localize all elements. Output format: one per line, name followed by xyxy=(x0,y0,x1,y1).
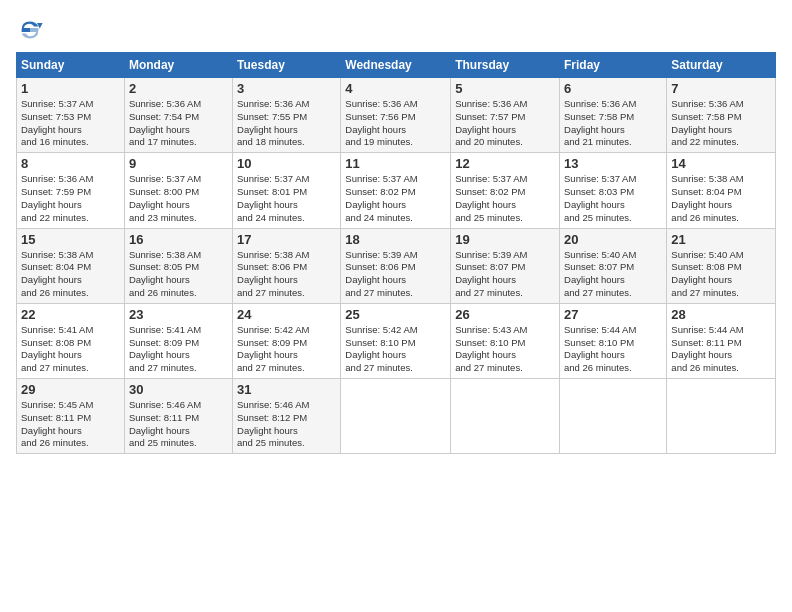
day-cell: 12 Sunrise: 5:37 AM Sunset: 8:02 PM Dayl… xyxy=(451,153,560,228)
day-cell: 2 Sunrise: 5:36 AM Sunset: 7:54 PM Dayli… xyxy=(124,78,232,153)
day-number: 9 xyxy=(129,156,228,171)
day-number: 14 xyxy=(671,156,771,171)
day-number: 7 xyxy=(671,81,771,96)
day-number: 29 xyxy=(21,382,120,397)
week-row-3: 15 Sunrise: 5:38 AM Sunset: 8:04 PM Dayl… xyxy=(17,228,776,303)
day-number: 31 xyxy=(237,382,336,397)
day-info: Sunrise: 5:42 AM Sunset: 8:09 PM Dayligh… xyxy=(237,324,336,375)
day-number: 18 xyxy=(345,232,446,247)
day-number: 28 xyxy=(671,307,771,322)
day-info: Sunrise: 5:37 AM Sunset: 8:02 PM Dayligh… xyxy=(455,173,555,224)
weekday-thursday: Thursday xyxy=(451,53,560,78)
day-cell: 15 Sunrise: 5:38 AM Sunset: 8:04 PM Dayl… xyxy=(17,228,125,303)
day-number: 25 xyxy=(345,307,446,322)
day-number: 13 xyxy=(564,156,662,171)
day-number: 23 xyxy=(129,307,228,322)
day-cell: 16 Sunrise: 5:38 AM Sunset: 8:05 PM Dayl… xyxy=(124,228,232,303)
day-cell: 9 Sunrise: 5:37 AM Sunset: 8:00 PM Dayli… xyxy=(124,153,232,228)
day-cell: 17 Sunrise: 5:38 AM Sunset: 8:06 PM Dayl… xyxy=(233,228,341,303)
day-info: Sunrise: 5:38 AM Sunset: 8:04 PM Dayligh… xyxy=(671,173,771,224)
day-info: Sunrise: 5:36 AM Sunset: 7:55 PM Dayligh… xyxy=(237,98,336,149)
day-cell xyxy=(341,379,451,454)
day-number: 6 xyxy=(564,81,662,96)
day-cell: 21 Sunrise: 5:40 AM Sunset: 8:08 PM Dayl… xyxy=(667,228,776,303)
day-info: Sunrise: 5:36 AM Sunset: 7:58 PM Dayligh… xyxy=(671,98,771,149)
day-cell: 28 Sunrise: 5:44 AM Sunset: 8:11 PM Dayl… xyxy=(667,303,776,378)
day-info: Sunrise: 5:44 AM Sunset: 8:10 PM Dayligh… xyxy=(564,324,662,375)
day-info: Sunrise: 5:45 AM Sunset: 8:11 PM Dayligh… xyxy=(21,399,120,450)
day-cell: 8 Sunrise: 5:36 AM Sunset: 7:59 PM Dayli… xyxy=(17,153,125,228)
day-number: 30 xyxy=(129,382,228,397)
calendar-body: 1 Sunrise: 5:37 AM Sunset: 7:53 PM Dayli… xyxy=(17,78,776,454)
week-row-5: 29 Sunrise: 5:45 AM Sunset: 8:11 PM Dayl… xyxy=(17,379,776,454)
day-cell: 27 Sunrise: 5:44 AM Sunset: 8:10 PM Dayl… xyxy=(560,303,667,378)
day-cell: 25 Sunrise: 5:42 AM Sunset: 8:10 PM Dayl… xyxy=(341,303,451,378)
day-cell: 11 Sunrise: 5:37 AM Sunset: 8:02 PM Dayl… xyxy=(341,153,451,228)
day-cell: 7 Sunrise: 5:36 AM Sunset: 7:58 PM Dayli… xyxy=(667,78,776,153)
day-number: 15 xyxy=(21,232,120,247)
day-cell xyxy=(560,379,667,454)
day-info: Sunrise: 5:37 AM Sunset: 8:01 PM Dayligh… xyxy=(237,173,336,224)
day-info: Sunrise: 5:37 AM Sunset: 8:03 PM Dayligh… xyxy=(564,173,662,224)
day-cell: 20 Sunrise: 5:40 AM Sunset: 8:07 PM Dayl… xyxy=(560,228,667,303)
day-cell: 26 Sunrise: 5:43 AM Sunset: 8:10 PM Dayl… xyxy=(451,303,560,378)
day-cell: 5 Sunrise: 5:36 AM Sunset: 7:57 PM Dayli… xyxy=(451,78,560,153)
day-info: Sunrise: 5:37 AM Sunset: 8:02 PM Dayligh… xyxy=(345,173,446,224)
day-number: 4 xyxy=(345,81,446,96)
day-info: Sunrise: 5:46 AM Sunset: 8:11 PM Dayligh… xyxy=(129,399,228,450)
day-cell: 24 Sunrise: 5:42 AM Sunset: 8:09 PM Dayl… xyxy=(233,303,341,378)
day-cell: 6 Sunrise: 5:36 AM Sunset: 7:58 PM Dayli… xyxy=(560,78,667,153)
day-number: 16 xyxy=(129,232,228,247)
day-info: Sunrise: 5:36 AM Sunset: 7:57 PM Dayligh… xyxy=(455,98,555,149)
day-info: Sunrise: 5:36 AM Sunset: 7:59 PM Dayligh… xyxy=(21,173,120,224)
day-info: Sunrise: 5:46 AM Sunset: 8:12 PM Dayligh… xyxy=(237,399,336,450)
day-number: 1 xyxy=(21,81,120,96)
day-number: 19 xyxy=(455,232,555,247)
day-cell: 13 Sunrise: 5:37 AM Sunset: 8:03 PM Dayl… xyxy=(560,153,667,228)
day-number: 27 xyxy=(564,307,662,322)
day-number: 24 xyxy=(237,307,336,322)
day-info: Sunrise: 5:36 AM Sunset: 7:58 PM Dayligh… xyxy=(564,98,662,149)
weekday-sunday: Sunday xyxy=(17,53,125,78)
week-row-1: 1 Sunrise: 5:37 AM Sunset: 7:53 PM Dayli… xyxy=(17,78,776,153)
day-cell: 23 Sunrise: 5:41 AM Sunset: 8:09 PM Dayl… xyxy=(124,303,232,378)
day-number: 22 xyxy=(21,307,120,322)
day-info: Sunrise: 5:36 AM Sunset: 7:56 PM Dayligh… xyxy=(345,98,446,149)
day-number: 5 xyxy=(455,81,555,96)
weekday-tuesday: Tuesday xyxy=(233,53,341,78)
day-cell: 4 Sunrise: 5:36 AM Sunset: 7:56 PM Dayli… xyxy=(341,78,451,153)
day-info: Sunrise: 5:41 AM Sunset: 8:09 PM Dayligh… xyxy=(129,324,228,375)
calendar-header: SundayMondayTuesdayWednesdayThursdayFrid… xyxy=(17,53,776,78)
day-cell: 19 Sunrise: 5:39 AM Sunset: 8:07 PM Dayl… xyxy=(451,228,560,303)
day-cell: 1 Sunrise: 5:37 AM Sunset: 7:53 PM Dayli… xyxy=(17,78,125,153)
day-number: 17 xyxy=(237,232,336,247)
day-number: 26 xyxy=(455,307,555,322)
header xyxy=(16,12,776,44)
day-cell xyxy=(667,379,776,454)
day-info: Sunrise: 5:42 AM Sunset: 8:10 PM Dayligh… xyxy=(345,324,446,375)
day-number: 20 xyxy=(564,232,662,247)
weekday-wednesday: Wednesday xyxy=(341,53,451,78)
day-cell xyxy=(451,379,560,454)
weekday-saturday: Saturday xyxy=(667,53,776,78)
day-info: Sunrise: 5:38 AM Sunset: 8:06 PM Dayligh… xyxy=(237,249,336,300)
day-cell: 10 Sunrise: 5:37 AM Sunset: 8:01 PM Dayl… xyxy=(233,153,341,228)
day-info: Sunrise: 5:38 AM Sunset: 8:04 PM Dayligh… xyxy=(21,249,120,300)
logo-icon xyxy=(16,16,44,44)
day-number: 21 xyxy=(671,232,771,247)
day-cell: 31 Sunrise: 5:46 AM Sunset: 8:12 PM Dayl… xyxy=(233,379,341,454)
day-info: Sunrise: 5:36 AM Sunset: 7:54 PM Dayligh… xyxy=(129,98,228,149)
day-cell: 29 Sunrise: 5:45 AM Sunset: 8:11 PM Dayl… xyxy=(17,379,125,454)
weekday-friday: Friday xyxy=(560,53,667,78)
weekday-monday: Monday xyxy=(124,53,232,78)
day-info: Sunrise: 5:43 AM Sunset: 8:10 PM Dayligh… xyxy=(455,324,555,375)
page: SundayMondayTuesdayWednesdayThursdayFrid… xyxy=(0,0,792,612)
day-number: 12 xyxy=(455,156,555,171)
week-row-2: 8 Sunrise: 5:36 AM Sunset: 7:59 PM Dayli… xyxy=(17,153,776,228)
day-cell: 18 Sunrise: 5:39 AM Sunset: 8:06 PM Dayl… xyxy=(341,228,451,303)
day-info: Sunrise: 5:44 AM Sunset: 8:11 PM Dayligh… xyxy=(671,324,771,375)
day-info: Sunrise: 5:39 AM Sunset: 8:07 PM Dayligh… xyxy=(455,249,555,300)
day-info: Sunrise: 5:37 AM Sunset: 7:53 PM Dayligh… xyxy=(21,98,120,149)
day-number: 3 xyxy=(237,81,336,96)
day-info: Sunrise: 5:41 AM Sunset: 8:08 PM Dayligh… xyxy=(21,324,120,375)
